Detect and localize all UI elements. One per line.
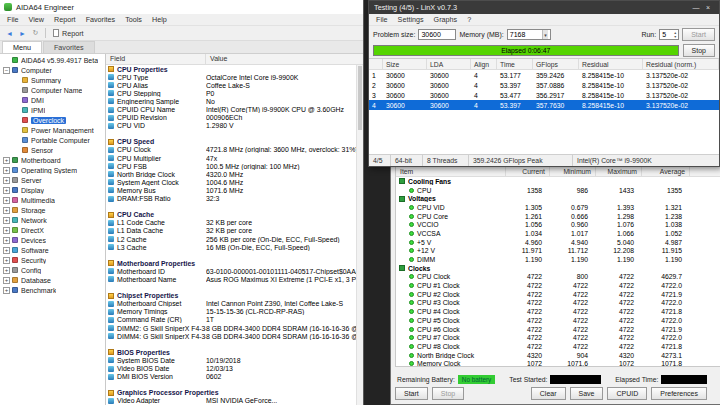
tree-expander-icon[interactable]: + (3, 247, 10, 254)
refresh-icon[interactable]: ↻ (29, 29, 42, 37)
problem-size-input[interactable] (418, 29, 456, 40)
sidebar-item-multimedia[interactable]: +Multimedia (0, 195, 105, 205)
stats-row-vccsa[interactable]: VCCSA1.0341.0171.0661.052 (396, 229, 720, 238)
sidebar-item-network[interactable]: +Network (0, 215, 105, 225)
tree-expander-icon[interactable]: + (3, 157, 10, 164)
stats-row-cpu-6-clock[interactable]: CPU #6 Clock4722472247224721.9 (396, 325, 720, 334)
menu-tools[interactable]: Tools (120, 15, 147, 24)
sidebar-item-motherboard[interactable]: +Motherboard (0, 155, 105, 165)
vertical-scrollbar[interactable] (356, 65, 363, 405)
stats-row-cpu-4-clock[interactable]: CPU #4 Clock4722472247224721.8 (396, 307, 720, 316)
stats-header-minimum[interactable]: Minimum (550, 166, 596, 176)
linx-header-gflops[interactable]: GFlops (533, 59, 579, 69)
property-row[interactable]: DRAM:FSB Ratio32:3 (106, 195, 356, 203)
sidebar-item-overclock[interactable]: Overclock (0, 115, 105, 125)
save-button[interactable]: Save (570, 387, 604, 400)
tab-favorites[interactable]: Favorites (43, 41, 95, 53)
report-button[interactable]: Report (49, 29, 88, 38)
stats-row-cpu-vid[interactable]: CPU VID1.3050.6791.3931.321 (396, 203, 720, 212)
column-header-field[interactable]: Field (106, 54, 206, 64)
clear-button[interactable]: Clear (531, 387, 566, 400)
tree-expander-icon[interactable]: + (3, 207, 10, 214)
sidebar-item-database[interactable]: +Database (0, 275, 105, 285)
stats-header-average[interactable]: Average (642, 166, 690, 176)
linx-header-residual[interactable]: Residual (579, 59, 643, 69)
property-row[interactable]: CPU Multiplier47x (106, 154, 356, 162)
sidebar-item-security[interactable]: +Security (0, 255, 105, 265)
property-row[interactable]: CPU Clock4721.8 MHz (original: 3600 MHz,… (106, 146, 356, 154)
tree-expander-icon[interactable]: + (3, 227, 10, 234)
sidebar-item-software[interactable]: +Software (0, 245, 105, 255)
stats-row-dimm[interactable]: DIMM1.1901.1901.1901.190 (396, 255, 720, 264)
property-row[interactable]: Video AdapterMSI NVIDIA GeForce... (106, 397, 356, 405)
property-row[interactable]: L2 Cache256 KB per core (On-Die, ECC, Fu… (106, 235, 356, 243)
start-button[interactable]: Start (395, 387, 428, 400)
linx-header-size[interactable]: Size (383, 59, 427, 69)
menu-file[interactable]: File (2, 15, 24, 24)
sidebar-item-computer-name[interactable]: Computer Name (0, 85, 105, 95)
property-row[interactable]: L1 Data Cache32 KB per core (106, 227, 356, 235)
tree-expander-icon[interactable]: + (3, 187, 10, 194)
stats-row-cpu-1-clock[interactable]: CPU #1 Clock4722472247224722.0 (396, 281, 720, 290)
property-row[interactable]: DIMM2: G Skill SniperX F4-3400C16-8G...8… (106, 324, 356, 332)
tree-expander-icon[interactable]: + (3, 277, 10, 284)
tree-expander-icon[interactable]: + (3, 257, 10, 264)
sidebar-item-power-management[interactable]: Power Management (0, 125, 105, 135)
property-row[interactable]: North Bridge Clock4320.0 MHz (106, 170, 356, 178)
start-button[interactable]: Start (682, 28, 715, 41)
sidebar-item-portable-computer[interactable]: Portable Computer (0, 135, 105, 145)
property-row[interactable]: Video BIOS Date12/03/13 (106, 364, 356, 372)
property-row[interactable]: CPU SteppingP0 (106, 89, 356, 97)
sidebar-item-directx[interactable]: +DirectX (0, 225, 105, 235)
memory-select[interactable]: 7168 ▾ (507, 29, 551, 40)
aida64-titlebar[interactable]: AIDA64 Engineer (0, 0, 363, 14)
stats-row-cpu-5-clock[interactable]: CPU #5 Clock4722472247224722.0 (396, 316, 720, 325)
sidebar-item-display[interactable]: +Display (0, 185, 105, 195)
stats-group-cooling-fans[interactable]: Cooling Fans (396, 177, 720, 186)
property-row[interactable]: DMI BIOS Version0602 (106, 373, 356, 381)
linx-result-row[interactable]: 13060030600453.177359.24268.258415e-103.… (369, 70, 719, 80)
column-header-value[interactable]: Value (206, 54, 363, 64)
stats-row-12-v[interactable]: +12 V11.97111.71212.20811.915 (396, 247, 720, 256)
property-row[interactable]: CPU AliasCoffee Lake-S (106, 81, 356, 89)
tree-expander-icon[interactable]: + (3, 197, 10, 204)
tree-expander-icon[interactable]: + (3, 237, 10, 244)
property-row[interactable]: Motherboard ID63-0100-000001-00101111-04… (106, 267, 356, 275)
property-row[interactable]: L1 Code Cache32 KB per core (106, 219, 356, 227)
linx-result-row[interactable]: 43060030600453.397357.76308.258415e-103.… (369, 100, 719, 110)
sidebar-item-ipmi[interactable]: IPMI (0, 105, 105, 115)
menu-favorites[interactable]: Favorites (81, 15, 121, 24)
tree-expander-icon[interactable]: − (3, 67, 10, 74)
linx-menu-file[interactable]: File (371, 15, 393, 24)
property-row[interactable]: CPUID CPU NameIntel(R) Core(TM) i9-9900K… (106, 105, 356, 113)
stats-row-cpu[interactable]: CPU135898614331355 (396, 186, 720, 195)
back-icon[interactable]: ◄ (3, 30, 16, 37)
stats-row-cpu-2-clock[interactable]: CPU #2 Clock4722472247224721.9 (396, 290, 720, 299)
property-row[interactable]: DIMM4: G Skill SniperX F4-3400C16-8G...8… (106, 332, 356, 340)
sidebar-item-server[interactable]: +Server (0, 175, 105, 185)
linx-header-residual-norm[interactable]: Residual (norm.) (643, 59, 719, 69)
tree-expander-icon[interactable]: + (3, 287, 10, 294)
property-row[interactable]: CPU TypeOctalCore Intel Core i9-9900K (106, 73, 356, 81)
stats-row-cpu-core[interactable]: CPU Core1.2610.6661.2981.238 (396, 212, 720, 221)
run-stepper[interactable]: 5 ▴▾ (659, 29, 679, 40)
property-row[interactable]: Motherboard NameAsus ROG Maximus XI Extr… (106, 275, 356, 283)
menu-report[interactable]: Report (49, 15, 81, 24)
forward-icon[interactable]: ► (16, 30, 29, 37)
stats-row-cpu-clock[interactable]: CPU Clock472280047224629.7 (396, 273, 720, 282)
linx-header-time[interactable]: Time (497, 59, 533, 69)
stats-row-cpu-7-clock[interactable]: CPU #7 Clock4722472247224722.0 (396, 333, 720, 342)
stats-row-memory-clock[interactable]: Memory Clock10721071.610721071.8 (396, 359, 720, 367)
property-row[interactable]: CPUID Revision000906ECh (106, 114, 356, 122)
sidebar-item-benchmark[interactable]: +Benchmark (0, 285, 105, 295)
property-row[interactable]: System Agent Clock1004.6 MHz (106, 178, 356, 186)
linx-result-row[interactable]: 23060030600453.397357.08868.258415e-103.… (369, 80, 719, 90)
property-row[interactable]: Memory Timings15-15-15-36 (CL-RCD-RP-RAS… (106, 308, 356, 316)
sidebar-item-dmi[interactable]: DMI (0, 95, 105, 105)
sidebar-item-aida64-v5-99-4917-beta[interactable]: AIDA64 v5.99.4917 Beta (0, 55, 105, 65)
minimize-icon[interactable]: — (690, 4, 702, 11)
stop-button[interactable]: Stop (432, 387, 464, 400)
property-row[interactable]: System BIOS Date10/19/2018 (106, 356, 356, 364)
sidebar-item-operating-system[interactable]: +Operating System (0, 165, 105, 175)
property-row[interactable]: Motherboard ChipsetIntel Cannon Point Z3… (106, 300, 356, 308)
